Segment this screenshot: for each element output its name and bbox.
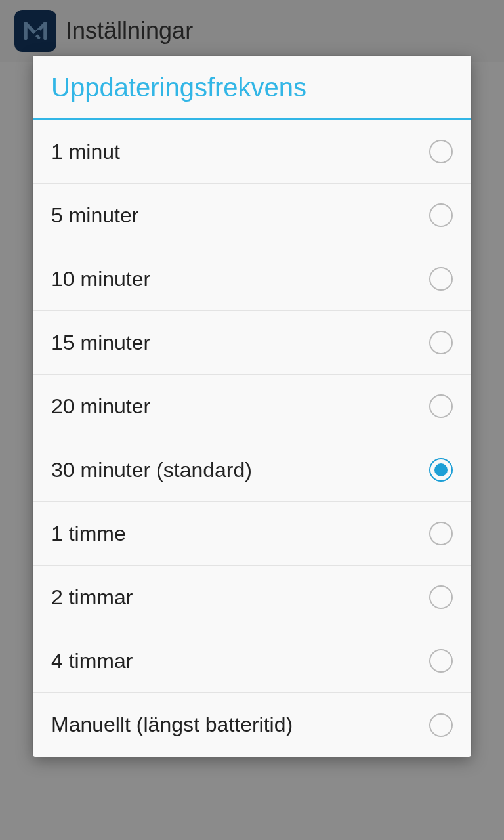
option-row[interactable]: 4 timmar xyxy=(33,629,471,693)
option-label: 4 timmar xyxy=(51,649,133,673)
radio-icon[interactable] xyxy=(429,713,453,737)
radio-icon[interactable] xyxy=(429,203,453,227)
radio-icon[interactable] xyxy=(429,331,453,354)
radio-icon[interactable] xyxy=(429,267,453,291)
option-row[interactable]: 2 timmar xyxy=(33,566,471,629)
option-row[interactable]: 30 minuter (standard) xyxy=(33,438,471,502)
radio-icon[interactable] xyxy=(429,140,453,163)
option-label: 10 minuter xyxy=(51,267,150,291)
options-list: 1 minut5 minuter10 minuter15 minuter20 m… xyxy=(33,120,471,757)
option-label: 1 timme xyxy=(51,522,126,546)
option-label: Manuellt (längst batteritid) xyxy=(51,713,293,737)
option-label: 2 timmar xyxy=(51,585,133,610)
option-row[interactable]: Manuellt (längst batteritid) xyxy=(33,693,471,757)
option-row[interactable]: 1 minut xyxy=(33,120,471,184)
radio-icon[interactable] xyxy=(429,585,453,609)
option-label: 15 minuter xyxy=(51,331,150,355)
radio-icon[interactable] xyxy=(429,394,453,418)
option-label: 30 minuter (standard) xyxy=(51,458,252,482)
option-row[interactable]: 20 minuter xyxy=(33,375,471,438)
option-row[interactable]: 15 minuter xyxy=(33,311,471,375)
dialog-title: Uppdateringsfrekvens xyxy=(33,56,471,120)
option-row[interactable]: 5 minuter xyxy=(33,184,471,247)
update-frequency-dialog: Uppdateringsfrekvens 1 minut5 minuter10 … xyxy=(33,56,471,757)
radio-icon[interactable] xyxy=(429,522,453,545)
radio-icon[interactable] xyxy=(429,458,453,482)
option-label: 1 minut xyxy=(51,140,120,164)
option-row[interactable]: 10 minuter xyxy=(33,247,471,311)
option-label: 20 minuter xyxy=(51,394,150,419)
option-label: 5 minuter xyxy=(51,203,138,228)
radio-icon[interactable] xyxy=(429,649,453,673)
option-row[interactable]: 1 timme xyxy=(33,502,471,566)
